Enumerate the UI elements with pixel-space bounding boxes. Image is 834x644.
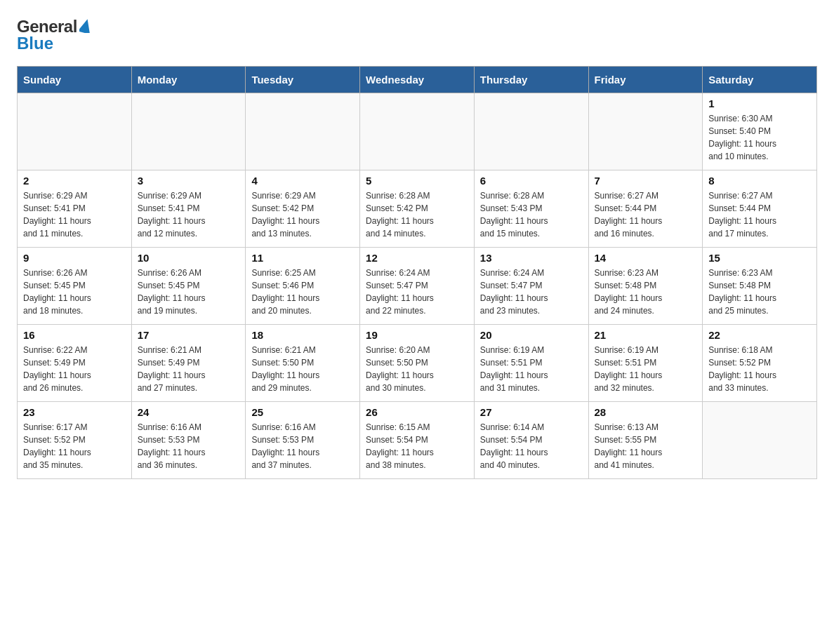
day-info: Sunrise: 6:29 AM Sunset: 5:41 PM Dayligh…	[23, 189, 126, 240]
day-info: Sunrise: 6:17 AM Sunset: 5:52 PM Dayligh…	[23, 421, 126, 471]
day-info: Sunrise: 6:25 AM Sunset: 5:46 PM Dayligh…	[251, 267, 354, 317]
calendar-week-row: 1Sunrise: 6:30 AM Sunset: 5:40 PM Daylig…	[18, 93, 817, 170]
day-number: 9	[23, 252, 126, 264]
weekday-header-sunday: Sunday	[18, 67, 132, 93]
day-info: Sunrise: 6:21 AM Sunset: 5:50 PM Dayligh…	[251, 344, 354, 394]
day-number: 17	[138, 329, 240, 341]
day-info: Sunrise: 6:30 AM Sunset: 5:40 PM Dayligh…	[708, 112, 811, 163]
calendar-cell: 23Sunrise: 6:17 AM Sunset: 5:52 PM Dayli…	[18, 402, 132, 479]
day-info: Sunrise: 6:23 AM Sunset: 5:48 PM Dayligh…	[708, 267, 811, 317]
day-info: Sunrise: 6:29 AM Sunset: 5:41 PM Dayligh…	[138, 189, 240, 240]
logo-blue-text: Blue	[17, 34, 53, 53]
calendar-table: SundayMondayTuesdayWednesdayThursdayFrid…	[17, 66, 817, 479]
calendar-cell	[18, 93, 132, 170]
day-number: 22	[708, 329, 811, 341]
day-number: 13	[480, 252, 583, 264]
weekday-header-saturday: Saturday	[703, 67, 817, 93]
calendar-cell	[703, 402, 817, 479]
day-info: Sunrise: 6:19 AM Sunset: 5:51 PM Dayligh…	[595, 344, 697, 394]
day-info: Sunrise: 6:14 AM Sunset: 5:54 PM Dayligh…	[480, 421, 583, 471]
calendar-week-row: 9Sunrise: 6:26 AM Sunset: 5:45 PM Daylig…	[18, 248, 817, 325]
calendar-cell: 10Sunrise: 6:26 AM Sunset: 5:45 PM Dayli…	[131, 248, 246, 325]
calendar-cell: 9Sunrise: 6:26 AM Sunset: 5:45 PM Daylig…	[18, 248, 132, 325]
page-header: General Blue	[17, 17, 817, 53]
day-number: 7	[595, 175, 697, 187]
day-number: 20	[480, 329, 583, 341]
day-info: Sunrise: 6:24 AM Sunset: 5:47 PM Dayligh…	[480, 267, 583, 317]
day-info: Sunrise: 6:18 AM Sunset: 5:52 PM Dayligh…	[708, 344, 811, 394]
weekday-header-wednesday: Wednesday	[360, 67, 475, 93]
calendar-cell: 16Sunrise: 6:22 AM Sunset: 5:49 PM Dayli…	[18, 325, 132, 402]
calendar-cell: 11Sunrise: 6:25 AM Sunset: 5:46 PM Dayli…	[246, 248, 360, 325]
svg-marker-0	[79, 19, 92, 33]
day-number: 8	[708, 175, 811, 187]
weekday-header-thursday: Thursday	[474, 67, 588, 93]
calendar-week-row: 16Sunrise: 6:22 AM Sunset: 5:49 PM Dayli…	[18, 325, 817, 402]
calendar-cell: 22Sunrise: 6:18 AM Sunset: 5:52 PM Dayli…	[703, 325, 817, 402]
day-info: Sunrise: 6:16 AM Sunset: 5:53 PM Dayligh…	[138, 421, 240, 471]
day-number: 24	[138, 406, 240, 418]
day-info: Sunrise: 6:27 AM Sunset: 5:44 PM Dayligh…	[595, 189, 697, 240]
calendar-cell	[588, 93, 703, 170]
calendar-cell: 27Sunrise: 6:14 AM Sunset: 5:54 PM Dayli…	[474, 402, 588, 479]
calendar-cell: 24Sunrise: 6:16 AM Sunset: 5:53 PM Dayli…	[131, 402, 246, 479]
day-info: Sunrise: 6:26 AM Sunset: 5:45 PM Dayligh…	[138, 267, 240, 317]
calendar-cell: 25Sunrise: 6:16 AM Sunset: 5:53 PM Dayli…	[246, 402, 360, 479]
day-number: 21	[595, 329, 697, 341]
day-info: Sunrise: 6:21 AM Sunset: 5:49 PM Dayligh…	[138, 344, 240, 394]
calendar-cell: 21Sunrise: 6:19 AM Sunset: 5:51 PM Dayli…	[588, 325, 703, 402]
day-info: Sunrise: 6:13 AM Sunset: 5:55 PM Dayligh…	[595, 421, 697, 471]
calendar-cell: 2Sunrise: 6:29 AM Sunset: 5:41 PM Daylig…	[18, 170, 132, 248]
day-number: 5	[366, 175, 468, 187]
logo: General Blue	[17, 17, 92, 53]
calendar-cell: 26Sunrise: 6:15 AM Sunset: 5:54 PM Dayli…	[360, 402, 475, 479]
calendar-cell: 20Sunrise: 6:19 AM Sunset: 5:51 PM Dayli…	[474, 325, 588, 402]
day-info: Sunrise: 6:20 AM Sunset: 5:50 PM Dayligh…	[366, 344, 468, 394]
day-info: Sunrise: 6:24 AM Sunset: 5:47 PM Dayligh…	[366, 267, 468, 317]
calendar-cell: 18Sunrise: 6:21 AM Sunset: 5:50 PM Dayli…	[246, 325, 360, 402]
day-info: Sunrise: 6:28 AM Sunset: 5:42 PM Dayligh…	[366, 189, 468, 240]
calendar-cell: 19Sunrise: 6:20 AM Sunset: 5:50 PM Dayli…	[360, 325, 475, 402]
calendar-cell: 15Sunrise: 6:23 AM Sunset: 5:48 PM Dayli…	[703, 248, 817, 325]
calendar-cell: 13Sunrise: 6:24 AM Sunset: 5:47 PM Dayli…	[474, 248, 588, 325]
day-number: 23	[23, 406, 126, 418]
day-info: Sunrise: 6:23 AM Sunset: 5:48 PM Dayligh…	[595, 267, 697, 317]
weekday-header-monday: Monday	[131, 67, 246, 93]
day-number: 18	[251, 329, 354, 341]
day-info: Sunrise: 6:29 AM Sunset: 5:42 PM Dayligh…	[251, 189, 354, 240]
calendar-cell	[360, 93, 475, 170]
day-info: Sunrise: 6:16 AM Sunset: 5:53 PM Dayligh…	[251, 421, 354, 471]
calendar-cell: 5Sunrise: 6:28 AM Sunset: 5:42 PM Daylig…	[360, 170, 475, 248]
day-info: Sunrise: 6:28 AM Sunset: 5:43 PM Dayligh…	[480, 189, 583, 240]
day-info: Sunrise: 6:26 AM Sunset: 5:45 PM Dayligh…	[23, 267, 126, 317]
calendar-week-row: 23Sunrise: 6:17 AM Sunset: 5:52 PM Dayli…	[18, 402, 817, 479]
calendar-cell	[246, 93, 360, 170]
weekday-header-tuesday: Tuesday	[246, 67, 360, 93]
day-number: 16	[23, 329, 126, 341]
calendar-cell: 28Sunrise: 6:13 AM Sunset: 5:55 PM Dayli…	[588, 402, 703, 479]
day-number: 11	[251, 252, 354, 264]
weekday-header-row: SundayMondayTuesdayWednesdayThursdayFrid…	[18, 67, 817, 93]
day-number: 28	[595, 406, 697, 418]
calendar-cell: 6Sunrise: 6:28 AM Sunset: 5:43 PM Daylig…	[474, 170, 588, 248]
calendar-cell: 3Sunrise: 6:29 AM Sunset: 5:41 PM Daylig…	[131, 170, 246, 248]
calendar-cell	[474, 93, 588, 170]
day-number: 6	[480, 175, 583, 187]
day-number: 1	[708, 98, 811, 109]
day-number: 19	[366, 329, 468, 341]
calendar-week-row: 2Sunrise: 6:29 AM Sunset: 5:41 PM Daylig…	[18, 170, 817, 248]
weekday-header-friday: Friday	[588, 67, 703, 93]
calendar-cell: 8Sunrise: 6:27 AM Sunset: 5:44 PM Daylig…	[703, 170, 817, 248]
day-number: 25	[251, 406, 354, 418]
day-number: 27	[480, 406, 583, 418]
calendar-cell	[131, 93, 246, 170]
day-number: 2	[23, 175, 126, 187]
calendar-cell: 4Sunrise: 6:29 AM Sunset: 5:42 PM Daylig…	[246, 170, 360, 248]
day-number: 26	[366, 406, 468, 418]
day-info: Sunrise: 6:15 AM Sunset: 5:54 PM Dayligh…	[366, 421, 468, 471]
day-info: Sunrise: 6:22 AM Sunset: 5:49 PM Dayligh…	[23, 344, 126, 394]
day-info: Sunrise: 6:27 AM Sunset: 5:44 PM Dayligh…	[708, 189, 811, 240]
day-number: 3	[138, 175, 240, 187]
calendar-cell: 17Sunrise: 6:21 AM Sunset: 5:49 PM Dayli…	[131, 325, 246, 402]
day-number: 10	[138, 252, 240, 264]
